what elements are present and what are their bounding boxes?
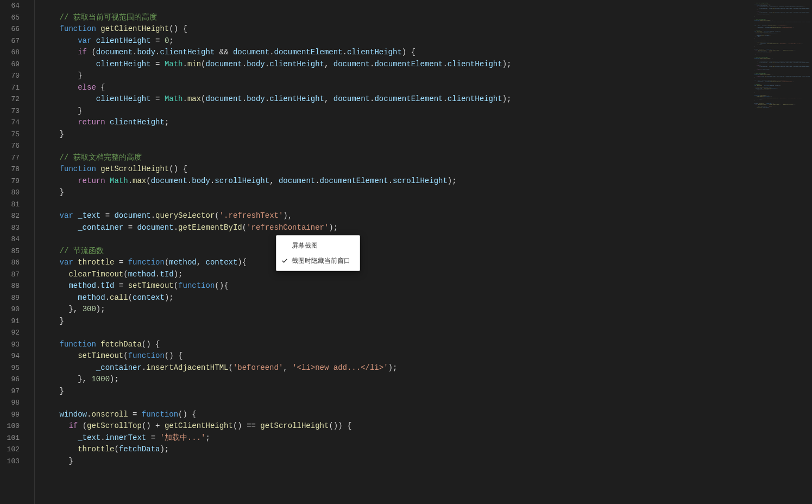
code-line[interactable]: var clientHeight = 0;: [41, 35, 812, 47]
code-line[interactable]: }: [41, 456, 812, 468]
line-number-gutter[interactable]: 6465666768697071727374757677787980818283…: [0, 0, 27, 504]
line-number: 76: [0, 140, 27, 152]
code-line[interactable]: function getScrollHeight() {: [41, 163, 812, 175]
code-line[interactable]: [41, 327, 812, 339]
line-number: 100: [0, 420, 27, 432]
code-line[interactable]: [41, 0, 812, 12]
line-number: 78: [0, 163, 27, 175]
check-icon: [281, 257, 288, 264]
menu-item-screenshot[interactable]: 屏幕截图: [276, 238, 360, 253]
line-number: 67: [0, 35, 27, 47]
code-line[interactable]: var _text = document.querySelector('.ref…: [41, 210, 812, 222]
code-line[interactable]: // 节流函数: [41, 245, 812, 257]
line-number: 79: [0, 175, 27, 187]
line-number: 99: [0, 409, 27, 421]
code-line[interactable]: if (document.body.clientHeight && docume…: [41, 47, 812, 59]
line-number: 77: [0, 152, 27, 164]
line-number: 90: [0, 304, 27, 316]
menu-item-label: 屏幕截图: [292, 241, 318, 250]
code-line[interactable]: setTimeout(function() {: [41, 350, 812, 362]
fold-gutter[interactable]: [27, 0, 35, 504]
line-number: 69: [0, 59, 27, 71]
line-number: 87: [0, 269, 27, 281]
line-number: 94: [0, 350, 27, 362]
code-line[interactable]: function fetchData() {: [41, 339, 812, 351]
code-line[interactable]: return clientHeight;: [41, 117, 812, 129]
line-number: 82: [0, 210, 27, 222]
menu-item-label: 截图时隐藏当前窗口: [292, 256, 350, 266]
line-number: 88: [0, 280, 27, 292]
code-line[interactable]: }: [41, 129, 812, 141]
code-line[interactable]: clientHeight = Math.min(document.body.cl…: [41, 59, 812, 71]
line-number: 92: [0, 327, 27, 339]
code-line[interactable]: }: [41, 70, 812, 82]
code-line[interactable]: [41, 234, 812, 245]
code-line[interactable]: method.tId = setTimeout(function(){: [41, 280, 812, 292]
code-line[interactable]: }: [41, 105, 812, 117]
code-line[interactable]: function getClientHeight() {: [41, 23, 812, 35]
code-line[interactable]: // 获取文档完整的高度: [41, 152, 812, 164]
code-line[interactable]: [41, 397, 812, 409]
code-line[interactable]: }, 1000);: [41, 374, 812, 386]
line-number: 65: [0, 12, 27, 24]
line-number: 95: [0, 362, 27, 374]
code-line[interactable]: }, 300);: [41, 304, 812, 316]
line-number: 72: [0, 93, 27, 105]
code-line[interactable]: _container = document.getElementById('re…: [41, 222, 812, 234]
code-line[interactable]: clientHeight = Math.max(document.body.cl…: [41, 93, 812, 105]
code-line[interactable]: method.call(context);: [41, 292, 812, 304]
code-line[interactable]: [41, 140, 812, 152]
line-number: 71: [0, 82, 27, 94]
code-line[interactable]: _text.innerText = '加载中...';: [41, 432, 812, 444]
line-number: 75: [0, 129, 27, 141]
line-number: 89: [0, 292, 27, 304]
line-number: 73: [0, 105, 27, 117]
line-number: 83: [0, 222, 27, 234]
line-number: 96: [0, 374, 27, 386]
code-line[interactable]: throttle(fetchData);: [41, 444, 812, 456]
code-line[interactable]: }: [41, 316, 812, 327]
minimap[interactable]: // 获取当前可视范围的高度 function getClientHeight(…: [750, 0, 812, 504]
line-number: 91: [0, 316, 27, 327]
code-editor[interactable]: 6465666768697071727374757677787980818283…: [0, 0, 812, 504]
line-number: 66: [0, 23, 27, 35]
line-number: 74: [0, 117, 27, 129]
code-line[interactable]: }: [41, 187, 812, 199]
menu-item-hide-window[interactable]: 截图时隐藏当前窗口: [276, 253, 360, 268]
line-number: 97: [0, 386, 27, 398]
code-line[interactable]: [41, 199, 812, 211]
line-number: 64: [0, 0, 27, 12]
line-number: 98: [0, 397, 27, 409]
line-number: 70: [0, 70, 27, 82]
code-area[interactable]: // 获取当前可视范围的高度 function getClientHeight(…: [35, 0, 812, 504]
line-number: 101: [0, 432, 27, 444]
code-line[interactable]: }: [41, 386, 812, 398]
code-line[interactable]: return Math.max(document.body.scrollHeig…: [41, 175, 812, 187]
line-number: 86: [0, 257, 27, 269]
line-number: 80: [0, 187, 27, 199]
code-line[interactable]: var throttle = function(method, context)…: [41, 257, 812, 269]
line-number: 103: [0, 456, 27, 468]
line-number: 81: [0, 199, 27, 211]
line-number: 93: [0, 339, 27, 351]
code-line[interactable]: window.onscroll = function() {: [41, 409, 812, 421]
code-line[interactable]: clearTimeout(method.tId);: [41, 269, 812, 281]
code-line[interactable]: else {: [41, 82, 812, 94]
code-line[interactable]: _container.insertAdjacentHTML('beforeend…: [41, 362, 812, 374]
code-line[interactable]: if (getScrollTop() + getClientHeight() =…: [41, 420, 812, 432]
line-number: 84: [0, 234, 27, 245]
line-number: 85: [0, 245, 27, 257]
context-menu: 屏幕截图 截图时隐藏当前窗口: [276, 235, 360, 271]
line-number: 102: [0, 444, 27, 456]
line-number: 68: [0, 47, 27, 59]
code-line[interactable]: // 获取当前可视范围的高度: [41, 12, 812, 24]
